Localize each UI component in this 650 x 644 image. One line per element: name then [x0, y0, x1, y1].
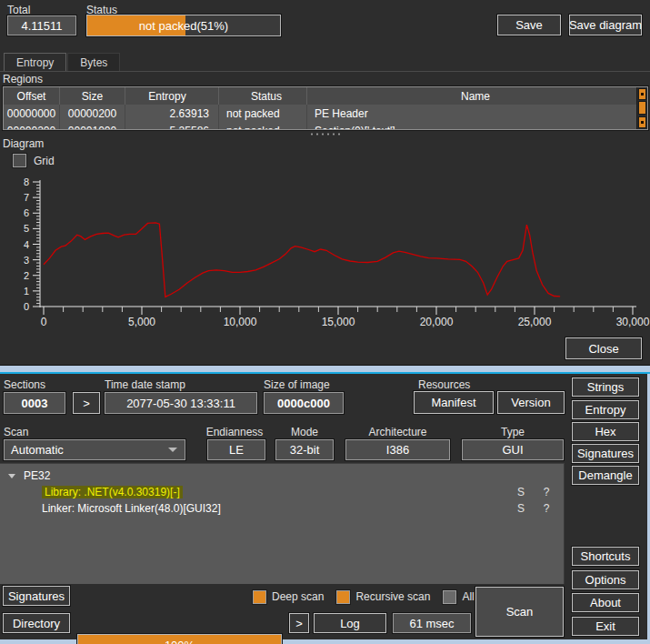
- svg-text:15,000: 15,000: [322, 316, 355, 328]
- status-progressbar: not packed(51%): [86, 15, 281, 36]
- scrollbar-thumb[interactable]: [638, 101, 646, 115]
- table-cell: Section(0)['.text']: [307, 122, 637, 130]
- svg-text:8: 8: [24, 176, 29, 187]
- about-button[interactable]: About: [572, 593, 639, 612]
- regions-table-body: OffsetSizeEntropyStatusName0000000000000…: [4, 87, 647, 130]
- close-button[interactable]: Close: [565, 337, 642, 359]
- scan-button[interactable]: Scan: [475, 587, 564, 637]
- table-row[interactable]: 00000000000002002.63913not packedPE Head…: [4, 105, 637, 122]
- regions-label: Regions: [3, 73, 43, 86]
- options-button[interactable]: Options: [572, 570, 639, 589]
- svg-text:5: 5: [24, 223, 29, 234]
- table-cell: not packed: [219, 122, 307, 130]
- info-flag[interactable]: ?: [540, 500, 553, 517]
- column-header[interactable]: Status: [219, 87, 307, 105]
- tree-root-row[interactable]: PE32: [0, 468, 564, 484]
- column-header[interactable]: Offset: [4, 87, 60, 105]
- progress-expand-button[interactable]: >: [289, 613, 309, 633]
- save-button[interactable]: Save: [497, 15, 561, 35]
- column-header[interactable]: Size: [60, 87, 125, 105]
- version-button[interactable]: Version: [497, 391, 565, 414]
- scan-label: Scan: [4, 426, 28, 438]
- time-date-stamp-value: 2077-05-30 13:33:11: [105, 392, 257, 414]
- scan-mode-value: Automatic: [11, 443, 64, 457]
- mode-value: 32-bit: [275, 439, 334, 460]
- directory-button[interactable]: Directory: [3, 613, 70, 633]
- scrollbar-up-arrow[interactable]: [638, 88, 646, 100]
- tree-item-label: Linker: Microsoft Linker(48.0)[GUI32]: [42, 502, 221, 515]
- window-frame-band: [0, 366, 650, 372]
- column-header[interactable]: Name: [307, 87, 637, 105]
- regions-table-scrollbar[interactable]: [636, 87, 647, 129]
- signatures-button[interactable]: Signatures: [3, 586, 70, 606]
- elapsed-time-value: 61 msec: [393, 613, 471, 633]
- type-label: Type: [462, 426, 564, 438]
- scrollbar-down-arrow[interactable]: [638, 116, 646, 128]
- tree-item-label: Library: .NET(v4.0.30319)[-]: [42, 486, 183, 498]
- diagram-label: Diagram: [3, 137, 44, 150]
- signatures-sidebar-button[interactable]: Signatures: [572, 444, 639, 463]
- svg-text:3: 3: [24, 255, 29, 266]
- signature-flag[interactable]: S: [515, 484, 527, 500]
- app-screen: Total 4.11511 Status not packed(51%) Sav…: [0, 0, 650, 644]
- total-label: Total: [7, 4, 30, 16]
- resources-label: Resources: [418, 378, 470, 391]
- checkbox-label: Recursive scan: [355, 590, 430, 603]
- svg-text:5,000: 5,000: [128, 316, 155, 328]
- table-header-row: OffsetSizeEntropyStatusName: [4, 87, 637, 105]
- entropy-chart: 01234567805,00010,00015,00020,00025,0003…: [0, 173, 650, 329]
- scan-mode-dropdown[interactable]: Automatic: [4, 439, 185, 460]
- svg-text:25,000: 25,000: [518, 316, 552, 328]
- tree-item-row[interactable]: Linker: Microsoft Linker(48.0)[GUI32]S?: [0, 500, 564, 517]
- endianness-value: LE: [207, 439, 265, 460]
- demangle-button[interactable]: Demangle: [572, 466, 639, 485]
- grid-checkbox[interactable]: [13, 154, 26, 167]
- entropy-button[interactable]: Entropy: [572, 400, 639, 419]
- signature-flag[interactable]: S: [515, 500, 527, 517]
- table-cell: 2.63913: [125, 105, 219, 122]
- size-of-image-value: 0000c000: [264, 392, 344, 414]
- architecture-label: Architecture: [345, 426, 450, 438]
- sections-expand-button[interactable]: >: [73, 392, 100, 414]
- tab-pane-border: [0, 71, 650, 72]
- svg-text:7: 7: [24, 192, 29, 203]
- strings-button[interactable]: Strings: [572, 377, 639, 397]
- size-of-image-label: Size of image: [264, 378, 330, 391]
- splitter-handle[interactable]: [309, 132, 342, 136]
- tree-root-label: PE32: [24, 469, 50, 482]
- total-value: 4.11511: [7, 15, 76, 35]
- svg-text:0: 0: [24, 301, 29, 312]
- manifest-button[interactable]: Manifest: [414, 391, 494, 414]
- svg-text:6: 6: [24, 207, 29, 218]
- save-diagram-button[interactable]: Save diagram: [569, 15, 642, 35]
- type-value: GUI: [462, 439, 564, 460]
- checkbox-label: Deep scan: [272, 590, 324, 603]
- svg-text:2: 2: [24, 270, 29, 281]
- entropy-tabbar: EntropyBytes: [4, 53, 121, 72]
- tab-entropy[interactable]: Entropy: [4, 53, 66, 72]
- regions-table: OffsetSizeEntropyStatusName0000000000000…: [3, 86, 648, 130]
- shortcuts-button[interactable]: Shortcuts: [572, 547, 639, 566]
- tab-bytes[interactable]: Bytes: [67, 53, 120, 72]
- chevron-down-icon: [168, 448, 177, 452]
- tree-item-row[interactable]: Library: .NET(v4.0.30319)[-]S?: [0, 484, 564, 500]
- scan-progress-text: 100%: [78, 635, 281, 644]
- deep-scan-checkbox[interactable]: [253, 590, 266, 604]
- column-header[interactable]: Entropy: [125, 87, 219, 105]
- info-flag[interactable]: ?: [540, 484, 553, 500]
- hex-button[interactable]: Hex: [572, 422, 639, 441]
- exit-button[interactable]: Exit: [572, 617, 639, 636]
- svg-text:1: 1: [24, 286, 29, 297]
- recursive-scan-checkbox[interactable]: [336, 590, 350, 604]
- svg-text:0: 0: [41, 316, 47, 328]
- architecture-value: I386: [345, 439, 450, 460]
- scan-options-row: Deep scanRecursive scanAll types: [253, 588, 473, 606]
- scrollbar-down-glyph: [641, 121, 644, 124]
- svg-text:10,000: 10,000: [224, 316, 257, 328]
- table-row[interactable]: 00000200000010005.25586not packedSection…: [4, 122, 637, 130]
- tree-expand-icon[interactable]: [8, 474, 15, 478]
- table-cell: 00001000: [60, 122, 125, 130]
- checkbox-group: Recursive scan: [336, 590, 430, 604]
- log-button[interactable]: Log: [314, 613, 386, 633]
- all-types-checkbox[interactable]: [443, 590, 456, 604]
